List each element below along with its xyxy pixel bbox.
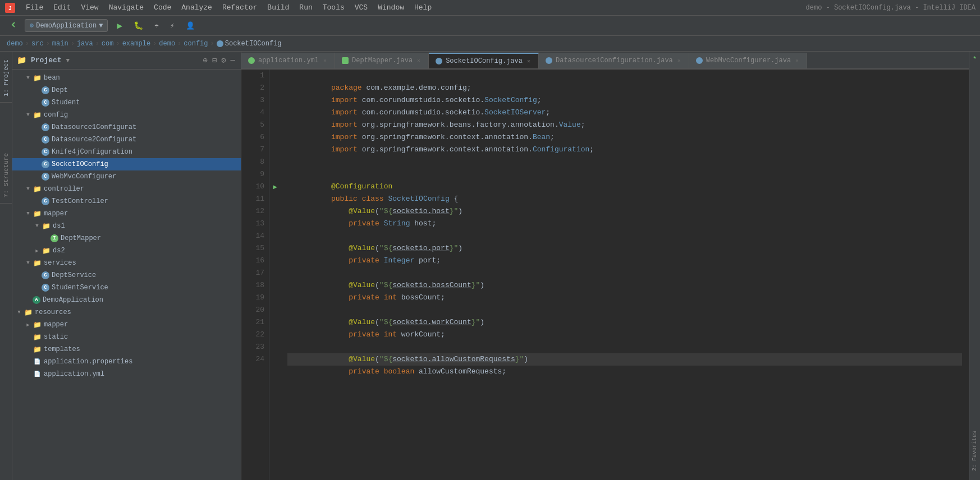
breadcrumb-demo2[interactable]: demo (159, 40, 175, 48)
structure-tool-tab[interactable]: 7: Structure (0, 147, 12, 204)
tree-item-ds2config[interactable]: ▶ C Datasource2Configurat (12, 133, 241, 146)
menu-help[interactable]: Help (410, 2, 436, 13)
tree-item-name-student: Student (52, 99, 80, 107)
tree-item-testcontroller[interactable]: ▶ C TestController (12, 195, 241, 207)
tab-deptmapper[interactable]: DeptMapper.java ✕ (335, 53, 429, 68)
tab-close-socketioconfig[interactable]: ✕ (526, 57, 532, 65)
tab-close-webmvc[interactable]: ✕ (794, 57, 800, 64)
tree-item-controller[interactable]: ▼ 📁 controller (12, 183, 241, 195)
run-config-selector[interactable]: ⚙ DemoApplication ▼ (25, 19, 108, 32)
tab-label-yml: application.yml (258, 57, 319, 64)
tree-item-static[interactable]: ▶ 📁 static (12, 331, 241, 343)
breadcrumb-java[interactable]: java (77, 40, 93, 48)
tree-item-ds1config[interactable]: ▶ C Datasource1Configurat (12, 121, 241, 133)
tree-item-demoapplication[interactable]: ▶ A DemoApplication (12, 294, 241, 306)
breadcrumb-src[interactable]: src (31, 40, 44, 48)
menu-vcs[interactable]: VCS (350, 2, 372, 13)
tree-item-resources-mapper[interactable]: ▶ 📁 mapper (12, 319, 241, 331)
tree-item-mapper[interactable]: ▼ 📁 mapper (12, 207, 241, 220)
tab-close-yml[interactable]: ✕ (322, 57, 328, 64)
coverage-btn[interactable]: ☂ (150, 19, 163, 33)
tree-item-bean[interactable]: ▼ 📁 bean (12, 72, 241, 84)
menu-file[interactable]: File (21, 2, 48, 13)
run-btn[interactable]: ▶ (112, 18, 127, 34)
tree-item-name-services: services (44, 259, 76, 267)
tree-item-name-templates: templates (44, 345, 80, 353)
class-icon-testcontroller: C (42, 197, 49, 205)
menu-code[interactable]: Code (149, 2, 176, 13)
project-tree: ▼ 📁 bean ▶ C Dept ▶ C Student ▼ 📁 config (12, 70, 241, 480)
class-icon-studentservice: C (42, 284, 49, 292)
menu-build[interactable]: Build (263, 2, 294, 13)
tree-item-deptmapper[interactable]: ▶ I DeptMapper (12, 232, 241, 244)
menu-run[interactable]: Run (295, 2, 317, 13)
folder-icon-config: 📁 (33, 111, 42, 119)
tree-item-student[interactable]: ▶ C Student (12, 96, 241, 109)
tab-application-yml[interactable]: application.yml ✕ (241, 53, 335, 68)
tree-arrow-bean: ▼ (24, 75, 33, 81)
class-icon-knife4j: C (42, 148, 49, 156)
menu-view[interactable]: View (76, 2, 103, 13)
class-icon-deptmapper: I (51, 234, 58, 242)
tree-item-resources[interactable]: ▼ 📁 resources (12, 306, 241, 319)
panel-settings-btn[interactable]: ⚙ (220, 54, 227, 66)
tree-item-templates[interactable]: ▶ 📁 templates (12, 343, 241, 356)
menu-navigate[interactable]: Navigate (104, 2, 148, 13)
tree-item-deptservice[interactable]: ▶ C DeptService (12, 269, 241, 281)
code-area[interactable]: package com.example.demo.config; import … (281, 70, 969, 480)
tree-arrow-controller: ▼ (24, 186, 33, 192)
file-icon-app-yml: 📄 (33, 370, 42, 378)
tab-webmvc[interactable]: WebMvcConfigurer.java ✕ (689, 53, 807, 68)
tree-item-dept[interactable]: ▶ C Dept (12, 84, 241, 96)
tree-item-webmvc[interactable]: ▶ C WebMvcConfigurer (12, 170, 241, 183)
user-btn[interactable]: 👤 (181, 19, 199, 33)
folder-icon-static: 📁 (33, 333, 42, 341)
code-line-17: @Value("${socketio.bossCount}") (287, 267, 962, 279)
tree-item-name-config: config (44, 111, 68, 119)
tree-item-services[interactable]: ▼ 📁 services (12, 257, 241, 269)
menu-tools[interactable]: Tools (318, 2, 349, 13)
breadcrumb-main[interactable]: main (52, 40, 68, 48)
navigate-back-btn[interactable] (4, 18, 22, 34)
breadcrumb-example[interactable]: example (122, 40, 150, 48)
breadcrumb-demo[interactable]: demo (7, 40, 23, 48)
menu-analyze[interactable]: Analyze (177, 2, 217, 13)
tree-item-ds1[interactable]: ▼ 📁 ds1 (12, 220, 241, 232)
class-icon-webmvc: C (42, 173, 49, 181)
panel-minimize-btn[interactable]: — (230, 54, 236, 66)
menu-window[interactable]: Window (373, 2, 409, 13)
tab-close-deptmapper[interactable]: ✕ (416, 57, 422, 64)
window-title: demo - SocketIOConfig.java - IntelliJ ID… (806, 4, 976, 12)
tree-item-name-demoapplication: DemoApplication (43, 296, 103, 304)
favorites-star[interactable]: ★ (970, 52, 978, 63)
tree-item-app-properties[interactable]: ▶ 📄 application.properties (12, 356, 241, 368)
panel-collapse-btn[interactable]: ⊟ (211, 54, 218, 66)
tab-label-socketioconfig: SocketIOConfig.java (446, 57, 523, 65)
tree-item-ds2[interactable]: ▶ 📁 ds2 (12, 244, 241, 257)
tree-item-socketioconfig[interactable]: ▶ C SocketIOConfig (12, 158, 241, 170)
folder-icon-ds2: 📁 (42, 247, 51, 255)
tab-icon-webmvc (696, 57, 703, 64)
editor-panel: application.yml ✕ DeptMapper.java ✕ Sock… (241, 52, 969, 480)
tree-item-app-yml[interactable]: ▶ 📄 application.yml (12, 368, 241, 380)
tree-item-config[interactable]: ▼ 📁 config (12, 109, 241, 121)
code-line-1: package com.example.demo.config; (287, 70, 962, 82)
profile-btn[interactable]: ⚡ (166, 19, 179, 33)
breadcrumb-config[interactable]: config (184, 40, 208, 48)
tree-item-name-mapper: mapper (44, 210, 68, 218)
menu-edit[interactable]: Edit (49, 2, 75, 13)
debug-btn[interactable]: 🐛 (129, 19, 148, 33)
tree-item-knife4j[interactable]: ▶ C Knife4jConfiguration (12, 146, 241, 158)
menu-refactor[interactable]: Refactor (218, 2, 262, 13)
breadcrumb-com[interactable]: com (102, 40, 114, 48)
panel-add-btn[interactable]: ⊕ (202, 54, 208, 66)
tab-socketioconfig[interactable]: SocketIOConfig.java ✕ (429, 53, 539, 68)
project-tool-tab[interactable]: 1: Project (0, 54, 12, 103)
favorites-label-container[interactable]: 2: Favorites (967, 424, 980, 480)
tab-ds1config[interactable]: Datasource1Configuration.java ✕ (539, 53, 689, 68)
tree-item-name-resources: resources (35, 308, 71, 316)
tab-close-ds1config[interactable]: ✕ (676, 57, 682, 64)
editor-area[interactable]: 1 2 3 4 5 6 7 8 9 10 11 12 13 14 15 16 1… (241, 70, 969, 480)
folder-icon-mapper: 📁 (33, 210, 42, 218)
tree-item-studentservice[interactable]: ▶ C StudentService (12, 281, 241, 294)
